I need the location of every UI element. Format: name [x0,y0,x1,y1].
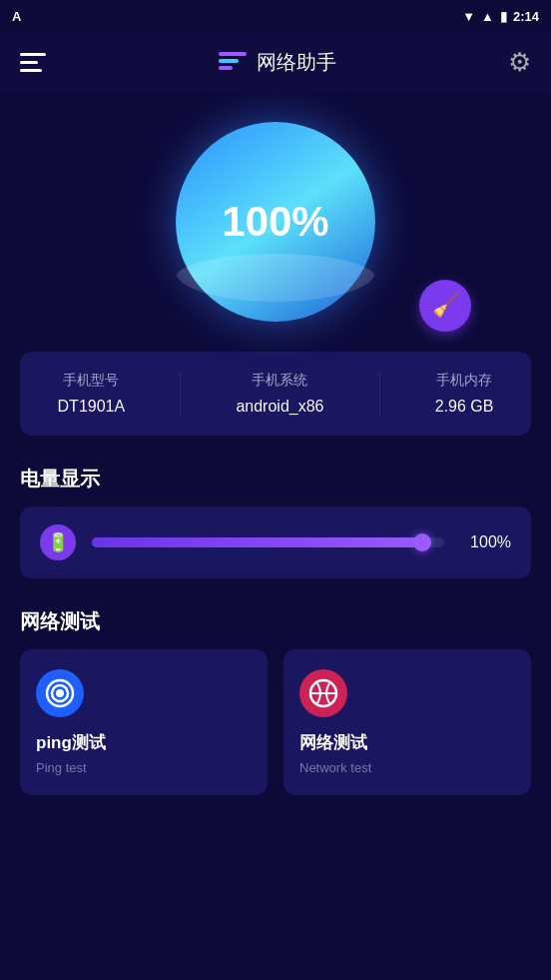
divider-1 [180,372,181,416]
network-test-title: 网络测试 [299,731,367,754]
menu-line-2 [20,61,38,64]
battery-icon-wrap: 🔋 [40,524,76,560]
wifi-icon: ▼ [462,9,475,24]
time-display: 2:14 [513,9,539,24]
logo-line-2 [219,59,239,63]
device-memory-value: 2.96 GB [435,398,494,416]
status-bar: A ▼ ▲ ▮ 2:14 [0,0,551,32]
battery-section-title: 电量显示 [20,466,531,492]
gauge-container: 100% 🧹 [20,122,531,322]
battery-percent-label: 100% [470,533,511,551]
menu-line-3 [20,69,42,72]
app-title: 网络助手 [219,49,336,76]
circle-gauge: 100% [176,122,375,322]
ping-test-card[interactable]: ping测试 Ping test [20,649,268,795]
network-section-title: 网络测试 [20,608,531,635]
signal-icon: ▲ [481,9,494,24]
network-cards: ping测试 Ping test 网络测试 Network test [20,649,531,795]
battery-bar-container [92,537,444,547]
clean-icon: 🧹 [432,293,459,319]
gauge-percent: 100% [222,198,328,246]
device-system-label: 手机系统 [252,372,307,390]
ping-test-subtitle: Ping test [36,760,87,775]
battery-icon: ▮ [500,9,507,24]
divider-2 [379,372,380,416]
ping-test-title: ping测试 [36,731,106,754]
ping-icon-wrap [36,669,84,717]
device-memory-label: 手机内存 [436,372,492,390]
battery-bar-fill [92,537,426,547]
ping-wave-icon [45,678,75,708]
logo-icon [219,52,247,72]
status-bar-left-icon: A [12,9,21,24]
network-test-card[interactable]: 网络测试 Network test [283,649,531,795]
battery-icon: 🔋 [47,531,69,553]
battery-card: 🔋 100% [20,506,531,578]
menu-button[interactable] [20,53,46,72]
battery-bar-dot [413,533,431,551]
network-test-subtitle: Network test [299,760,371,775]
ie-icon [308,678,338,708]
toolbar: 网络助手 ⚙ [0,32,551,92]
device-info-card: 手机型号 DT1901A 手机系统 android_x86 手机内存 2.96 … [20,352,531,436]
device-system-value: android_x86 [236,398,323,416]
device-system-item: 手机系统 android_x86 [236,372,323,416]
clean-button[interactable]: 🧹 [419,280,471,332]
status-bar-right: ▼ ▲ ▮ 2:14 [462,9,539,24]
device-model-label: 手机型号 [63,372,119,390]
device-model-value: DT1901A [58,398,126,416]
logo-line-3 [219,66,233,70]
logo-line-1 [219,52,247,56]
network-icon-wrap [299,669,347,717]
menu-line-1 [20,53,46,56]
device-memory-item: 手机内存 2.96 GB [435,372,494,416]
main-content: 100% 🧹 手机型号 DT1901A 手机系统 android_x86 手机内… [0,92,551,980]
device-model-item: 手机型号 DT1901A [58,372,126,416]
app-title-text: 网络助手 [257,49,336,76]
settings-button[interactable]: ⚙ [508,47,531,78]
svg-point-0 [56,689,64,697]
